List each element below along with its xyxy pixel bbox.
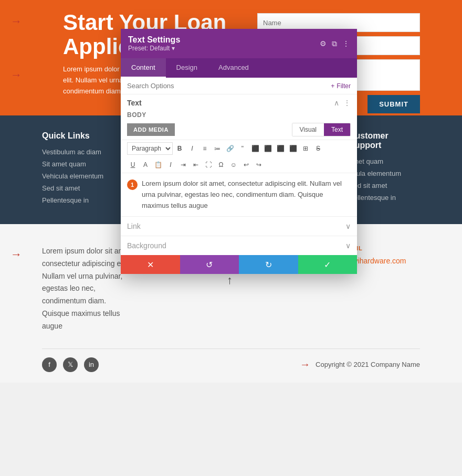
modal-tabs: Content Design Advanced	[121, 58, 357, 78]
confirm-action-button[interactable]: ✓	[298, 255, 358, 274]
chevron-down-icon: ▾	[172, 45, 175, 52]
footer-arrow-up: ↑	[155, 273, 304, 287]
unordered-list-button[interactable]: ≡	[199, 143, 211, 154]
hero-arrow-2: →	[10, 68, 22, 82]
visual-text-toggle: Visual Text	[292, 123, 351, 136]
modal-action-bar: ✕ ↺ ↻ ✓	[121, 255, 357, 274]
ql-item[interactable]: Vehicula elementum	[42, 172, 113, 180]
background-chevron-icon: ∨	[345, 241, 351, 250]
table-button[interactable]: ⊞	[300, 143, 311, 154]
editor-content-area[interactable]: 1 Lorem ipsum dolor sit amet, consectetu…	[121, 173, 357, 216]
blockquote-button[interactable]: "	[237, 143, 248, 154]
expand-icon[interactable]: ⧉	[332, 39, 337, 48]
link-collapsible[interactable]: Link ∨	[121, 216, 357, 236]
search-options-input[interactable]	[127, 82, 331, 90]
italic2-button[interactable]: I	[165, 159, 176, 171]
font-color-button[interactable]: A	[140, 159, 151, 171]
ql-heading-1: Quick Links	[42, 131, 113, 141]
bold-button[interactable]: B	[174, 143, 185, 154]
footer-copyright: → Copyright © 2021 Company Name	[300, 358, 420, 371]
copyright-arrow-icon: →	[300, 358, 310, 371]
justify-button[interactable]: ⬛	[287, 143, 299, 154]
modal-header-icons: ⚙ ⧉ ⋮	[320, 39, 350, 48]
italic-button[interactable]: I	[186, 143, 198, 154]
facebook-icon[interactable]: f	[42, 357, 57, 372]
text-button[interactable]: Text	[324, 123, 350, 136]
ordered-list-button[interactable]: ≔	[212, 143, 223, 154]
add-media-button[interactable]: ADD MEDIA	[127, 123, 175, 136]
more-options-icon[interactable]: ⋮	[342, 39, 350, 48]
ql-item[interactable]: Pellentesque in	[42, 196, 113, 204]
footer-text-col: Lorem ipsum dolor sit amet, consectetur …	[42, 245, 134, 333]
special-char-button[interactable]: Ω	[215, 159, 227, 171]
ql-item[interactable]: ricula elementum	[349, 170, 420, 177]
collapse-icon[interactable]: ∧	[334, 99, 339, 107]
ql-item[interactable]: Sed sit amet	[42, 184, 113, 192]
link-label: Link	[127, 222, 141, 230]
ql-heading-4: Customer Support	[349, 131, 420, 150]
modal-search-bar: + Filter	[121, 78, 357, 94]
background-collapsible[interactable]: Background ∨	[121, 236, 357, 255]
link-chevron-icon: ∨	[345, 222, 351, 230]
tab-advanced[interactable]: Advanced	[208, 58, 259, 78]
up-arrow-icon: ↑	[227, 273, 233, 287]
align-center-button[interactable]: ⬛	[262, 143, 274, 154]
copyright-text: Copyright © 2021 Company Name	[316, 361, 420, 368]
modal-title: Text Settings	[128, 35, 180, 45]
linkedin-icon[interactable]: in	[84, 357, 99, 372]
paragraph-select[interactable]: Paragraph Heading 1 Heading 2	[127, 142, 173, 155]
redo-button[interactable]: ↪	[253, 159, 265, 171]
footer-bottom: f 𝕏 in → Copyright © 2021 Company Name	[42, 348, 420, 372]
modal-preset-selector[interactable]: Preset: Default ▾	[128, 45, 180, 52]
outdent-button[interactable]: ⇤	[190, 159, 202, 171]
ql-item[interactable]: Vestibulum ac diam	[42, 148, 113, 156]
section-more-icon[interactable]: ⋮	[343, 99, 351, 107]
ql-item[interactable]: amet quam	[349, 157, 420, 165]
align-right-button[interactable]: ⬛	[275, 143, 286, 154]
modal-header: Text Settings Preset: Default ▾ ⚙ ⧉ ⋮	[121, 29, 357, 58]
section-header-icons: ∧ ⋮	[334, 99, 351, 107]
align-left-button[interactable]: ⬛	[249, 143, 261, 154]
fullscreen-button[interactable]: ⛶	[203, 159, 214, 171]
forward-action-button[interactable]: ↻	[239, 255, 298, 274]
modal-text-section-header: Text ∧ ⋮	[121, 94, 357, 109]
ql-item[interactable]: Sit amet quam	[42, 160, 113, 168]
close-action-button[interactable]: ✕	[121, 255, 180, 274]
paste-button[interactable]: 📋	[152, 159, 164, 171]
emoji-button[interactable]: ☺	[228, 159, 239, 171]
footer-body-text: Lorem ipsum dolor sit amet, consectetur …	[42, 245, 134, 333]
indent-button[interactable]: ⇥	[177, 159, 189, 171]
twitter-icon[interactable]: 𝕏	[63, 357, 78, 372]
strikethrough-button[interactable]: S	[312, 143, 324, 154]
submit-button[interactable]: SUBMIT	[368, 95, 420, 113]
ql-item[interactable]: Sed sit amet	[349, 182, 420, 189]
ql-col-4: Customer Support amet quam ricula elemen…	[349, 131, 420, 208]
body-label: Body	[121, 109, 357, 121]
section-title: Text	[127, 99, 142, 107]
editor-toolbar: Paragraph Heading 1 Heading 2 B I ≡ ≔ 🔗 …	[121, 140, 357, 173]
settings-icon[interactable]: ⚙	[320, 39, 327, 48]
link-button[interactable]: 🔗	[224, 143, 236, 154]
footer-arrow: →	[10, 248, 22, 261]
text-settings-modal: Text Settings Preset: Default ▾ ⚙ ⧉ ⋮ Co…	[121, 29, 357, 274]
plus-icon: +	[331, 82, 334, 90]
tab-design[interactable]: Design	[166, 58, 208, 78]
editor-number-badge: 1	[127, 179, 138, 190]
ql-item[interactable]: Pellentesque in	[349, 194, 420, 202]
underline-button[interactable]: U	[127, 159, 139, 171]
ql-col-1: Quick Links Vestibulum ac diam Sit amet …	[42, 131, 113, 208]
modal-title-area: Text Settings Preset: Default ▾	[128, 35, 180, 52]
page-background: → → Start Your Loan Application Lorem ip…	[0, 0, 462, 476]
editor-text: Lorem ipsum dolor sit amet, consectetur …	[127, 178, 351, 211]
media-toggle-row: ADD MEDIA Visual Text	[121, 121, 357, 140]
undo-button[interactable]: ↩	[240, 159, 252, 171]
filter-button[interactable]: + Filter	[331, 82, 351, 90]
social-icons: f 𝕏 in	[42, 357, 99, 372]
hero-arrow-1: →	[10, 15, 22, 28]
background-label: Background	[127, 241, 166, 250]
reset-action-button[interactable]: ↺	[180, 255, 239, 274]
visual-button[interactable]: Visual	[292, 123, 324, 136]
tab-content[interactable]: Content	[121, 58, 166, 78]
